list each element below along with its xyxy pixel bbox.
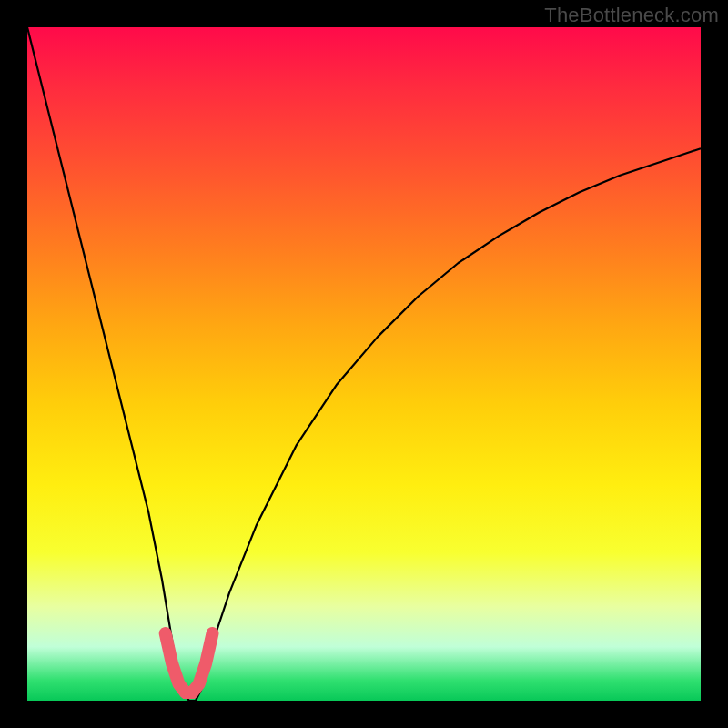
watermark-text: TheBottleneck.com bbox=[544, 4, 719, 27]
series-bottleneck-curve bbox=[27, 27, 701, 701]
series-bottom-highlight bbox=[166, 633, 213, 693]
outer-frame: TheBottleneck.com bbox=[0, 0, 728, 728]
chart-svg bbox=[0, 0, 728, 728]
curve-layer bbox=[27, 27, 701, 701]
